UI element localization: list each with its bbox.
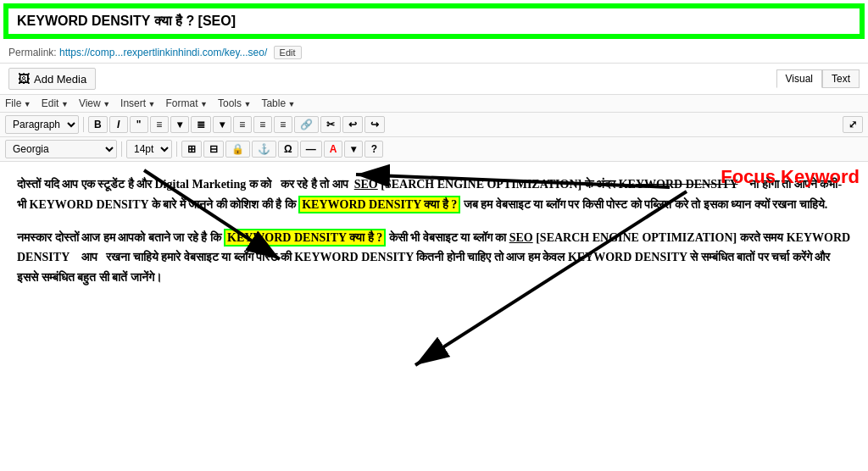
ul-button[interactable]: ≡ (150, 116, 169, 133)
add-media-button[interactable]: 🖼 Add Media (8, 68, 96, 90)
menu-insert[interactable]: Insert (120, 97, 155, 109)
tab-text[interactable]: Text (822, 69, 860, 88)
editor-container: Permalink: https://comp...rexpertlinkinh… (0, 0, 868, 471)
outdent-btn[interactable]: ⊟ (203, 141, 224, 158)
paragraph-select[interactable]: Paragraph Heading 1 Heading 2 (5, 115, 79, 134)
tab-visual[interactable]: Visual (776, 69, 822, 88)
content-text: दोस्तों यदि आप एक स्टूडेंट है और Digital… (17, 175, 851, 288)
toolbar-row1: Paragraph Heading 1 Heading 2 B I " ≡ ▾ … (0, 113, 868, 137)
indent-btn[interactable]: ⊞ (181, 141, 202, 158)
font-family-select[interactable]: Georgia Arial Times New Roman (5, 140, 117, 158)
font-color-dropdown[interactable]: ▾ (344, 141, 363, 158)
unlink-button[interactable]: ✂ (320, 116, 341, 133)
align-center-button[interactable]: ≡ (253, 116, 272, 133)
highlight-2: KEYWORD DENSITY क्या है ? (224, 229, 386, 247)
menu-view[interactable]: View (79, 97, 110, 109)
lock-btn[interactable]: 🔒 (225, 141, 250, 158)
highlight-1: KEYWORD DENSITY क्या है ? (298, 196, 460, 213)
menu-table[interactable]: Table (261, 97, 295, 109)
toolbar-row2: Georgia Arial Times New Roman 14pt 12pt … (0, 137, 868, 162)
menu-tools[interactable]: Tools (218, 97, 251, 109)
align-left-button[interactable]: ≡ (233, 116, 252, 133)
add-media-label: Add Media (34, 73, 86, 86)
para1-cont: जब हम वेबसाइट या ब्लॉग पर किसी पोस्ट को … (464, 198, 828, 211)
menu-bar: File Edit View Insert Format Tools Table (0, 95, 868, 113)
ol-button[interactable]: ≣ (191, 116, 211, 133)
redo-button[interactable]: ↪ (364, 116, 385, 133)
permalink-url[interactable]: https://comp...rexpertlinkinhindi.com/ke… (59, 47, 267, 58)
ul-dropdown[interactable]: ▾ (170, 116, 189, 133)
quote-button[interactable]: " (130, 116, 148, 133)
bold-button[interactable]: B (88, 116, 108, 133)
menu-file[interactable]: File (5, 97, 31, 109)
align-right-button[interactable]: ≡ (274, 116, 292, 133)
add-media-icon: 🖼 (18, 72, 30, 86)
content-area[interactable]: दोस्तों यदि आप एक स्टूडेंट है और Digital… (0, 162, 868, 471)
post-title-input[interactable] (6, 6, 862, 36)
hr-btn[interactable]: — (300, 141, 322, 158)
ol-dropdown[interactable]: ▾ (213, 116, 231, 133)
menu-format[interactable]: Format (166, 97, 208, 109)
italic-button[interactable]: I (109, 116, 128, 133)
menu-edit[interactable]: Edit (42, 97, 69, 109)
title-wrapper (3, 3, 865, 39)
link-button[interactable]: 🔗 (294, 116, 319, 133)
help-btn[interactable]: ? (364, 141, 383, 158)
font-size-select[interactable]: 14pt 12pt 16pt 18pt (126, 140, 172, 158)
separator1 (83, 117, 84, 132)
special-char-btn[interactable]: Ω (278, 141, 298, 158)
visual-text-tab-group: Visual Text (776, 69, 860, 88)
separator2 (121, 141, 122, 157)
paragraph-1: दोस्तों यदि आप एक स्टूडेंट है और Digital… (17, 175, 851, 215)
separator3 (176, 141, 177, 157)
permalink-bar: Permalink: https://comp...rexpertlinkinh… (0, 42, 868, 64)
font-color-btn[interactable]: A (324, 141, 343, 158)
para2-start: नमस्कार दोस्तों आज हम आपको बताने जा रहे … (17, 231, 221, 244)
paragraph-2: नमस्कार दोस्तों आज हम आपको बताने जा रहे … (17, 228, 851, 288)
permalink-edit-button[interactable]: Edit (274, 46, 302, 59)
permalink-label: Permalink: (8, 47, 57, 58)
fullscreen-button[interactable]: ⤢ (843, 116, 863, 133)
anchor-btn[interactable]: ⚓ (252, 141, 276, 158)
undo-button[interactable]: ↩ (342, 116, 363, 133)
